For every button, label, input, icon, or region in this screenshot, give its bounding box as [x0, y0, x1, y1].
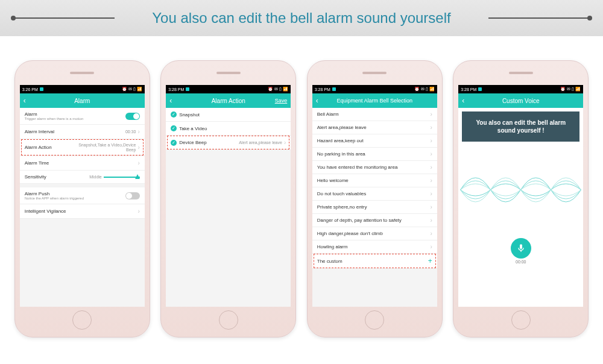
chevron-right-icon: › [430, 124, 432, 131]
bell-item[interactable]: Hazard area,keep out› [312, 134, 437, 148]
check-icon: ✓ [171, 125, 177, 131]
phone-3: 3:28 PM ⏰ ✉ ▯ 📶 ‹ Equipment Alarm Bell S… [307, 60, 443, 337]
row-alarm-push[interactable]: Alarm PushNotice the APP when alarm trig… [20, 187, 145, 204]
sublabel: Notice the APP when alarm triggered [25, 196, 84, 200]
custom-voice-content: You also can edit the bell alarm sound y… [458, 108, 583, 307]
bell-item[interactable]: High danger,please don't climb› [312, 227, 437, 240]
label: Take a Video [179, 126, 207, 131]
bell-item[interactable]: You have entered the monitoring area› [312, 161, 437, 174]
bell-item[interactable]: Private sphere,no entry› [312, 201, 437, 214]
status-time: 3:28 PM [461, 87, 476, 92]
label: Alarm Time [25, 160, 49, 166]
chevron-right-icon: › [430, 204, 432, 210]
header-title: Equipment Alarm Bell Selection [336, 98, 412, 104]
phone-1: 3:26 PM ⏰ ✉ ▯ 📶 ‹ Alarm AlarmTrigger ala… [14, 60, 150, 337]
label: High danger,please don't climb [317, 231, 383, 236]
info-banner: You also can edit the bell alarm sound y… [462, 111, 579, 142]
header-bell-selection: ‹ Equipment Alarm Bell Selection [312, 93, 437, 108]
header-alarm: ‹ Alarm [20, 93, 145, 108]
status-bar: 3:26 PM ⏰ ✉ ▯ 📶 [20, 85, 145, 93]
label: Intelligent Vigilance [25, 209, 66, 214]
phones-row: 3:26 PM ⏰ ✉ ▯ 📶 ‹ Alarm AlarmTrigger ala… [0, 36, 603, 337]
chevron-right-icon: › [137, 128, 139, 135]
bell-item[interactable]: Howling alarm› [312, 240, 437, 254]
microphone-icon [516, 243, 526, 253]
bell-item[interactable]: Hello welcome› [312, 174, 437, 187]
bell-item[interactable]: No parking in this area› [312, 148, 437, 161]
value: Alert area,please leave [239, 140, 282, 145]
toggle-on-icon[interactable] [125, 113, 140, 120]
chevron-right-icon: › [137, 160, 139, 166]
option-take-video[interactable]: ✓Take a Video [166, 122, 291, 136]
sensitivity-indicator-icon [104, 177, 140, 178]
chevron-right-icon: › [430, 137, 432, 144]
chevron-right-icon: › [430, 151, 432, 157]
header-custom-voice: ‹ Custom Voice [458, 93, 583, 108]
chevron-right-icon: › [430, 111, 432, 118]
chevron-right-icon: › [137, 144, 139, 151]
screen-custom-voice: 3:28 PM ⏰ ✉ ▯ 📶 ‹ Custom Voice You also … [458, 85, 583, 307]
label: Hazard area,keep out [317, 138, 364, 143]
sublabel: Trigger alarm when there is a motion [25, 117, 84, 121]
header-title: Alarm Action [212, 98, 245, 104]
waveform-display [458, 148, 583, 232]
plus-icon[interactable]: + [428, 257, 432, 265]
bell-item[interactable]: Bell Alarm› [312, 108, 437, 121]
bell-list[interactable]: Bell Alarm› Alert area,please leave› Haz… [312, 108, 437, 307]
toggle-off-icon[interactable] [125, 192, 140, 199]
back-icon[interactable]: ‹ [316, 96, 318, 105]
status-bar: 3:28 PM ⏰ ✉ ▯ 📶 [312, 85, 437, 93]
bell-item-custom[interactable]: The custom + [312, 254, 437, 269]
status-time: 3:28 PM [315, 87, 330, 92]
row-sensitivity[interactable]: Sensitivity Middle [20, 171, 145, 184]
label: Alarm Action [25, 145, 52, 150]
label: Device Beep [179, 140, 206, 145]
status-icons: ⏰ ✉ ▯ 📶 [268, 87, 288, 92]
back-icon[interactable]: ‹ [24, 96, 26, 105]
banner-dot-right [587, 16, 592, 20]
banner-dot-left [11, 16, 16, 20]
chevron-right-icon: › [430, 230, 432, 237]
chevron-right-icon: › [284, 139, 286, 146]
option-device-beep[interactable]: ✓Device Beep Alert area,please leave› [166, 136, 291, 150]
back-icon[interactable]: ‹ [169, 96, 172, 105]
label: Danger of depth, pay attention to safety [317, 218, 402, 223]
back-icon[interactable]: ‹ [462, 96, 464, 105]
chevron-right-icon: › [137, 208, 139, 215]
top-banner: You also can edit the bell alarm sound y… [0, 0, 603, 36]
label: Private sphere,no entry [317, 204, 367, 210]
bell-item[interactable]: Alert area,please leave› [312, 121, 437, 134]
banner-rule-left [12, 17, 115, 19]
banner-text: You also can edit the bell alarm sound y… [152, 10, 450, 27]
screen-bell-selection: 3:28 PM ⏰ ✉ ▯ 📶 ‹ Equipment Alarm Bell S… [312, 85, 437, 307]
label: Alarm Interval [25, 129, 54, 134]
screen-alarm-action: 3:28 PM ⏰ ✉ ▯ 📶 ‹ Alarm Action Save ✓Sna… [166, 85, 291, 307]
save-button[interactable]: Save [275, 98, 288, 104]
chevron-right-icon: › [430, 243, 432, 250]
bell-item[interactable]: Do not touch valuables› [312, 187, 437, 201]
chevron-right-icon: › [430, 177, 432, 184]
row-intelligent-vigilance[interactable]: Intelligent Vigilance › [20, 204, 145, 219]
row-alarm-toggle[interactable]: AlarmTrigger alarm when there is a motio… [20, 108, 145, 125]
waveform-icon [458, 160, 583, 220]
phone-4: 3:28 PM ⏰ ✉ ▯ 📶 ‹ Custom Voice You also … [453, 60, 589, 337]
label: Bell Alarm [317, 111, 339, 117]
status-icons: ⏰ ✉ ▯ 📶 [414, 87, 435, 92]
bell-item[interactable]: Danger of depth, pay attention to safety… [312, 214, 437, 227]
row-alarm-action[interactable]: Alarm Action Snapshot,Take a Video,Devic… [20, 139, 145, 156]
label: Alarm [25, 111, 84, 117]
chevron-right-icon: › [430, 164, 432, 171]
status-bar: 3:28 PM ⏰ ✉ ▯ 📶 [458, 85, 583, 93]
label: Do not touch valuables [317, 191, 366, 196]
option-snapshot[interactable]: ✓Snapshot [166, 108, 291, 122]
header-title: Custom Voice [502, 98, 540, 104]
microphone-button[interactable] [511, 238, 531, 259]
chevron-right-icon: › [430, 190, 432, 197]
row-alarm-time[interactable]: Alarm Time › [20, 156, 145, 171]
banner-rule-right [488, 17, 591, 19]
status-time: 3:26 PM [22, 87, 38, 92]
status-bar: 3:28 PM ⏰ ✉ ▯ 📶 [166, 85, 291, 93]
value: Snapshot,Take a Video,Device Beep [74, 143, 136, 152]
row-alarm-interval[interactable]: Alarm Interval 00:30› [20, 125, 145, 139]
status-icons: ⏰ ✉ ▯ 📶 [122, 87, 142, 92]
